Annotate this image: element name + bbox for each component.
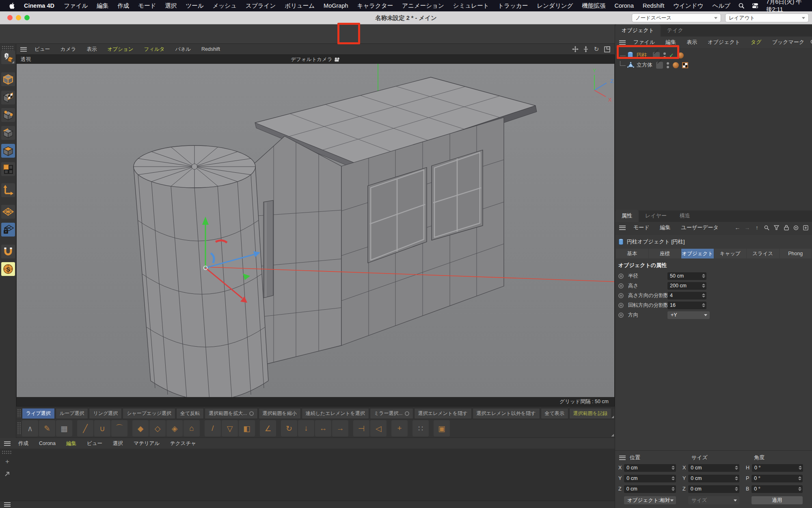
om-menu-tag[interactable]: タグ — [745, 39, 767, 46]
matarea-drag-handle[interactable] — [2, 450, 12, 454]
lock-workplane-button[interactable] — [1, 223, 15, 237]
house-window[interactable] — [432, 150, 483, 240]
object-list[interactable]: 円柱 ✓ 立方体 — [615, 48, 812, 235]
viewport-maximize-icon[interactable] — [603, 46, 611, 53]
align-edge-tool[interactable]: ⊣ — [353, 420, 369, 436]
camera-label[interactable]: デフォルトカメラ — [291, 56, 340, 63]
am-menu-userdata[interactable]: ユーザーデータ — [676, 224, 724, 231]
tab-phong[interactable]: Phong — [780, 249, 812, 258]
tab-object[interactable]: オブジェクト — [681, 249, 714, 258]
material-tag-icon[interactable] — [673, 62, 679, 68]
mirror-selection-button[interactable]: ミラー選択... — [370, 408, 413, 419]
tab-slice[interactable]: スライス — [747, 249, 779, 258]
tab-layers[interactable]: レイヤー — [639, 210, 673, 222]
polygon-mode-button[interactable] — [1, 144, 15, 158]
snap-settings-button[interactable]: S — [1, 262, 15, 276]
iron-tool[interactable]: ⌒ — [111, 420, 127, 436]
menu-mesh[interactable]: メッシュ — [208, 2, 241, 10]
enable-axis-modify-button[interactable] — [1, 183, 15, 197]
quantize-tool[interactable]: ▦ — [56, 420, 72, 436]
am-filter-icon[interactable] — [773, 224, 780, 231]
position-y-input[interactable]: 0 cm — [624, 475, 676, 482]
bm-corona[interactable]: Corona — [34, 441, 61, 446]
stepper-icon[interactable] — [702, 274, 705, 278]
status-menu-icon[interactable] — [4, 502, 11, 507]
bm-create[interactable]: 作成 — [13, 440, 34, 447]
snap-magnet-button[interactable] — [1, 245, 15, 258]
history-forward-icon[interactable]: → — [744, 224, 751, 231]
size-z-input[interactable]: 0 cm — [688, 485, 739, 493]
edit-toggle-icon[interactable] — [656, 62, 663, 69]
create-point-tool[interactable]: ∧ — [22, 420, 38, 436]
material-menu-icon[interactable] — [4, 441, 11, 446]
keyframe-circle-icon[interactable] — [618, 283, 624, 289]
workplane-mode-button[interactable] — [1, 205, 15, 219]
size-x-input[interactable]: 0 cm — [688, 464, 739, 472]
keyframe-circle-icon[interactable] — [618, 303, 624, 308]
menu-tracker[interactable]: トラッカー — [494, 2, 533, 10]
keyframe-circle-icon[interactable] — [618, 293, 624, 298]
tab-attributes[interactable]: 属性 — [615, 210, 639, 222]
bm-texture[interactable]: テクスチャ — [165, 440, 201, 447]
layout-dropdown[interactable]: レイアウト — [725, 13, 809, 22]
tab-caps[interactable]: キャップ — [714, 249, 747, 258]
position-x-input[interactable]: 0 cm — [624, 464, 676, 472]
tab-basic[interactable]: 基本 — [616, 249, 648, 258]
am-menu-mode[interactable]: モード — [628, 224, 655, 231]
keyframe-circle-icon[interactable] — [618, 274, 624, 279]
modbar-drag-handle[interactable] — [17, 422, 21, 435]
viewport-menu-icon[interactable] — [20, 47, 27, 52]
om-menu-icon[interactable] — [619, 40, 626, 45]
angle-b-input[interactable]: 0 ° — [752, 485, 803, 493]
set-selection-button[interactable]: 選択範囲を記録 — [569, 408, 611, 419]
selbar-drag-handle[interactable] — [17, 409, 21, 418]
axis-center-tool[interactable]: + — [391, 420, 408, 436]
viewport-zoom-icon[interactable] — [582, 46, 590, 53]
loop-cut-tool[interactable]: ◧ — [239, 420, 255, 436]
menu-character[interactable]: キャラクター — [353, 2, 398, 10]
collapse-tool[interactable]: ↓ — [298, 420, 314, 436]
vp-menu-redshift[interactable]: Redshift — [196, 46, 225, 52]
vp-menu-options[interactable]: オプション — [102, 46, 138, 53]
spotlight-search-icon[interactable] — [735, 3, 748, 9]
point-array-tool[interactable]: ∷ — [412, 420, 429, 436]
menu-extensions[interactable]: 機能拡張 — [577, 2, 610, 10]
sharp-edge-selection-button[interactable]: シャープエッジ選択 — [123, 408, 175, 419]
live-selection-button[interactable]: ライブ選択 — [22, 408, 55, 419]
om-search-icon[interactable] — [810, 39, 812, 46]
object-row-cylinder[interactable]: 円柱 ✓ — [615, 50, 812, 60]
am-menu-icon[interactable] — [619, 226, 626, 230]
vp-menu-filter[interactable]: フィルタ — [138, 46, 170, 53]
uv-polygon-mode-button[interactable] — [1, 162, 15, 176]
menu-edit[interactable]: 編集 — [92, 2, 113, 10]
am-add-icon[interactable] — [802, 224, 809, 231]
visibility-dots-icon[interactable] — [667, 62, 669, 68]
plane-cut-tool[interactable]: ▽ — [222, 420, 238, 436]
radius-input[interactable]: 50 cm — [667, 272, 706, 280]
make-editable-button[interactable] — [1, 50, 15, 64]
height-segments-input[interactable]: 4 — [667, 292, 706, 300]
nodespace-dropdown[interactable]: ノードスペース — [632, 13, 721, 22]
menu-create[interactable]: 作成 — [113, 2, 134, 10]
history-back-icon[interactable]: ← — [734, 224, 741, 231]
menu-animation[interactable]: アニメーション — [397, 2, 449, 10]
rotate-edge-tool[interactable]: ↻ — [281, 420, 297, 436]
shift-elements-tool[interactable]: → — [332, 420, 348, 436]
viewport-rotate-icon[interactable]: ↻ — [593, 46, 600, 53]
gear-icon[interactable] — [405, 411, 409, 416]
ring-selection-button[interactable]: リング選択 — [89, 408, 122, 419]
loop-selection-button[interactable]: ループ選択 — [56, 408, 89, 419]
menu-corona[interactable]: Corona — [610, 2, 638, 9]
om-menu-bookmark[interactable]: ブックマーク — [767, 39, 810, 46]
sidebar-drag-handle[interactable] — [2, 46, 14, 50]
om-menu-edit[interactable]: 編集 — [660, 39, 681, 46]
selection-tag-icon[interactable] — [682, 62, 688, 68]
add-material-icon[interactable]: + — [3, 458, 11, 466]
bridge-tool[interactable]: ⌂ — [184, 420, 200, 436]
menu-select[interactable]: 選択 — [161, 2, 181, 10]
vp-menu-view[interactable]: ビュー — [29, 46, 55, 53]
angle-p-input[interactable]: 0 ° — [752, 475, 803, 482]
om-menu-view[interactable]: 表示 — [681, 39, 702, 46]
bm-edit[interactable]: 編集 — [61, 440, 82, 447]
tab-take[interactable]: テイク — [661, 24, 690, 37]
